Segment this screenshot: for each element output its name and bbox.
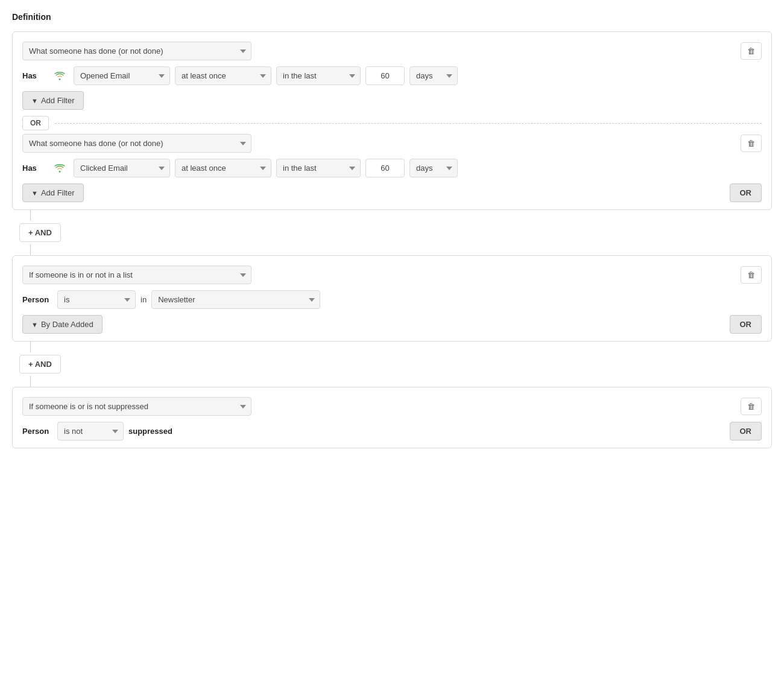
and-row-1: + AND — [19, 223, 61, 242]
days-input-1[interactable] — [365, 66, 405, 85]
connector-line-bottom-2 — [30, 376, 31, 387]
and-button-2[interactable]: + AND — [19, 355, 61, 374]
delete-button-2[interactable]: 🗑 — [741, 135, 762, 152]
is-not-select-b3[interactable]: is not — [57, 422, 124, 441]
add-filter-label-2: Add Filter — [41, 188, 75, 197]
has-row-1: Has Opened Email at least once in the la… — [22, 66, 762, 85]
delete-button-b2[interactable]: 🗑 — [741, 266, 762, 284]
person-row-b3: Person is not suppressed OR — [22, 422, 762, 441]
or-button-b3[interactable]: OR — [730, 422, 762, 441]
add-filter-row-1: ▼ Add Filter — [22, 91, 762, 110]
trash-icon-2: 🗑 — [747, 139, 755, 148]
list-select-b2[interactable]: Newsletter — [151, 290, 320, 309]
days-select-2[interactable]: days — [409, 159, 458, 177]
person-row-b2: Person is in Newsletter — [22, 290, 762, 309]
add-filter-label-1: Add Filter — [41, 96, 75, 105]
suppressed-select-b3[interactable]: If someone is or is not suppressed — [22, 397, 251, 416]
filter-icon-b2: ▼ — [31, 321, 38, 328]
bottom-action-row-1: ▼ Add Filter OR — [22, 183, 762, 202]
main-dropdown-row-b2: If someone is in or not in a list 🗑 — [22, 266, 762, 284]
person-cond-select-b2[interactable]: is — [57, 290, 136, 309]
and-row-2: + AND — [19, 355, 61, 374]
action-select-1[interactable]: Opened Email — [74, 66, 170, 85]
and-button-1[interactable]: + AND — [19, 223, 61, 242]
action-select-2[interactable]: Clicked Email — [74, 159, 170, 177]
wifi-icon-2 — [54, 164, 68, 173]
filter-icon-1: ▼ — [31, 97, 38, 104]
trash-icon-b3: 🗑 — [747, 402, 755, 411]
trash-icon-b2: 🗑 — [747, 270, 755, 279]
and-connector-2: + AND — [19, 342, 772, 387]
connector-line-top-2 — [30, 342, 31, 352]
add-filter-button-2[interactable]: ▼ Add Filter — [22, 183, 84, 202]
person-inline-b3: Person is not suppressed — [22, 422, 172, 441]
main-dropdown-row-b3: If someone is or is not suppressed 🗑 — [22, 397, 762, 416]
condition-block-2: If someone is in or not in a list 🗑 Pers… — [12, 255, 772, 342]
or-divider-1: OR — [22, 116, 762, 130]
someone-in-list-select[interactable]: If someone is in or not in a list — [22, 266, 251, 284]
main-dropdown-row-1: What someone has done (or not done) 🗑 — [22, 42, 762, 60]
wifi-icon-1 — [54, 72, 68, 80]
has-label-1: Has — [22, 71, 49, 80]
by-date-button-b2[interactable]: ▼ By Date Added — [22, 315, 103, 334]
or-line-1 — [55, 123, 762, 124]
days-select-1[interactable]: days — [409, 66, 458, 85]
delete-button-b3[interactable]: 🗑 — [741, 398, 762, 415]
or-button-b2[interactable]: OR — [730, 315, 762, 334]
or-label-1: OR — [22, 116, 49, 130]
page-title: Definition — [12, 12, 772, 22]
main-dropdown-row-2: What someone has done (or not done) 🗑 — [22, 134, 762, 153]
frequency-select-1[interactable]: at least once — [175, 66, 271, 85]
frequency-select-2[interactable]: at least once — [175, 159, 271, 177]
time-select-1[interactable]: in the last — [276, 66, 361, 85]
filter-icon-2: ▼ — [31, 189, 38, 197]
trash-icon-1: 🗑 — [747, 46, 755, 56]
what-someone-done-select-1[interactable]: What someone has done (or not done) — [22, 42, 251, 60]
and-connector-1: + AND — [19, 210, 772, 255]
or-button-1[interactable]: OR — [730, 183, 762, 202]
condition-block-3: If someone is or is not suppressed 🗑 Per… — [12, 387, 772, 448]
in-label-b2: in — [141, 295, 147, 304]
connector-line-top-1 — [30, 210, 31, 221]
delete-button-1[interactable]: 🗑 — [741, 42, 762, 60]
suppressed-label-b3: suppressed — [128, 427, 172, 436]
bottom-action-row-b2: ▼ By Date Added OR — [22, 315, 762, 334]
person-label-b3: Person — [22, 427, 52, 436]
condition-block-1: What someone has done (or not done) 🗑 Ha… — [12, 31, 772, 210]
add-filter-button-1[interactable]: ▼ Add Filter — [22, 91, 84, 110]
time-select-2[interactable]: in the last — [276, 159, 361, 177]
has-label-2: Has — [22, 164, 49, 173]
by-date-label-b2: By Date Added — [41, 320, 93, 329]
has-row-2: Has Clicked Email at least once in the l… — [22, 159, 762, 177]
what-someone-done-select-2[interactable]: What someone has done (or not done) — [22, 134, 251, 153]
person-label-b2: Person — [22, 295, 52, 304]
days-input-2[interactable] — [365, 159, 405, 177]
connector-line-bottom-1 — [30, 244, 31, 255]
